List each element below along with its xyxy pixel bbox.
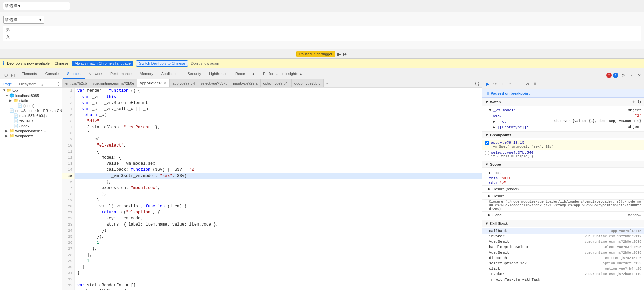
tab-recorder[interactable]: Recorder ▲ [231, 69, 259, 79]
code-line-8[interactable]: [ [75, 130, 482, 136]
code-line-16[interactable]: }, [75, 179, 482, 185]
switch-language-button[interactable]: Switch DevTools to Chinese [136, 60, 188, 67]
resume-button[interactable]: ▶ [337, 51, 341, 57]
tree-webpack-internal[interactable]: ▶ 📁 webpack-internal:// [0, 128, 62, 133]
scope-header[interactable]: ▼ Scope [482, 161, 644, 168]
option-male[interactable]: 男 [3, 26, 641, 33]
source-tabs-more[interactable]: » [324, 79, 330, 87]
callstack-callback[interactable]: callback app.vue?9f13:15 [482, 228, 644, 234]
watch-sex[interactable]: sex: "2" [482, 113, 644, 118]
match-language-button[interactable]: Always match Chrome's language [72, 61, 133, 66]
code-line-9[interactable]: _c( [75, 136, 482, 142]
step-out-icon[interactable]: ↑ [507, 81, 513, 87]
close-devtools-icon[interactable]: ✕ [636, 72, 643, 79]
code-line-14[interactable]: callback: function ($$v) { $$v = "2" [75, 167, 482, 173]
watch-prototype[interactable]: ▶ [[Prototype]]: Object [482, 124, 644, 130]
cursor-icon[interactable]: ⬡ [3, 72, 9, 79]
tab-lighthouse[interactable]: Lighthouse [205, 69, 231, 79]
code-line-22[interactable]: key: item.code, [75, 215, 482, 221]
code-line-17[interactable]: expression: "model.sex", [75, 185, 482, 191]
callstack-semit-1[interactable]: Vue.Semit vue.runtime.esm.js?2b0e:2639 [482, 239, 644, 244]
code-line-25[interactable]: }), [75, 234, 482, 240]
breakpoint-2-checkbox[interactable] [485, 151, 489, 155]
option-female[interactable]: 女 [3, 33, 641, 41]
watch-refresh-icon[interactable]: ↻ [637, 99, 641, 105]
dont-show-again-link[interactable]: Don't show again [191, 61, 219, 65]
code-line-18[interactable]: }, [75, 191, 482, 197]
tab-console[interactable]: Console [41, 69, 63, 79]
code-line-12[interactable]: model: { [75, 155, 482, 161]
step-into-icon[interactable]: ↓ [499, 81, 506, 87]
tab-performance[interactable]: Performance [106, 69, 136, 79]
code-line-4[interactable]: var _c = _vm._self._c || _h [75, 106, 482, 112]
step-icon[interactable]: → [514, 81, 521, 87]
closure-header[interactable]: ▶ Closure [482, 192, 644, 200]
closure-render-header[interactable]: ▶ Closure (render) [482, 185, 644, 192]
tree-localhost[interactable]: ▼ 🌐 localhost:8085 [0, 93, 62, 98]
code-line-33[interactable]: var staticRenderFns = [] [75, 282, 482, 288]
watch-ob[interactable]: ▶ __ob__: Observer {value: {…}, dep: Dep… [482, 118, 644, 124]
breakpoints-header[interactable]: ▼ Breakpoints [482, 132, 644, 138]
code-line-6[interactable]: "div", [75, 118, 482, 124]
pause-on-exceptions-icon[interactable]: ⏸ [531, 81, 538, 87]
step-over-icon[interactable]: ↷ [492, 81, 498, 87]
tree-en-us[interactable]: 📄 en-US→es→fr→FR→zh-CN.js [0, 108, 62, 113]
code-line-23[interactable]: attrs: { label: item.name, value: item.c… [75, 221, 482, 228]
code-line-27[interactable]: ), [75, 246, 482, 252]
more-icon[interactable]: ⋮ [628, 72, 635, 79]
code-line-31[interactable]: } [75, 270, 482, 276]
watch-add-icon[interactable]: ＋ [631, 99, 636, 105]
callstack-invoker-1[interactable]: invoker vue.runtime.esm.js?2b0e:2119 [482, 234, 644, 239]
code-line-29[interactable]: 1 [75, 258, 482, 264]
code-line-21[interactable]: return _c("el-option", { [75, 209, 482, 215]
tab-security[interactable]: Security [183, 69, 205, 79]
breakpoint-2[interactable]: select.vue?c37b:540 if (!this.multiple) … [482, 150, 644, 159]
code-line-11[interactable]: { [75, 149, 482, 155]
callstack-fn-withtask[interactable]: fn_withTask.fn_withTask [482, 277, 644, 282]
code-line-1[interactable]: var render = function () { [75, 88, 482, 94]
watch-vm-model[interactable]: ▼ _vm.model: Object [482, 108, 644, 113]
code-line-2[interactable]: var _vm = this [75, 94, 482, 100]
code-line-26[interactable]: 1 [75, 240, 482, 246]
inspect-icon[interactable]: ◱ [9, 72, 16, 79]
code-line-15[interactable]: _vm.$set(_vm.model, "sex", $$v) [75, 173, 482, 179]
resume-execution-icon[interactable]: ▶ [484, 81, 491, 87]
panel-tab-more[interactable]: » [40, 82, 45, 87]
tree-main[interactable]: 📄 main.537d6b0.js [0, 113, 62, 118]
callstack-dispatch[interactable]: dispatch emitter.js?a215:26 [482, 255, 644, 261]
code-line-32[interactable] [75, 276, 482, 282]
address-bar[interactable]: 请选择 ▼ [3, 2, 70, 10]
code-line-3[interactable]: var _h = _vm.$createElement [75, 100, 482, 106]
code-line-24[interactable]: }) [75, 228, 482, 234]
deactivate-breakpoints-icon[interactable]: ⊘ [524, 81, 531, 87]
tree-zh-cn[interactable]: 📄 zh-CN.js [0, 118, 62, 123]
panel-more-icon[interactable]: ⋮ [55, 81, 62, 87]
source-tab-app-7f54[interactable]: app.vue?7f54 [170, 79, 198, 87]
callstack-header[interactable]: ▼ Call Stack [482, 220, 644, 227]
callstack-selectoption[interactable]: selectOptionClick option.vue?dcf5:133 [482, 261, 644, 266]
tab-elements[interactable]: Elements [18, 69, 41, 79]
settings-icon[interactable]: ⚙ [620, 72, 626, 79]
code-line-19[interactable]: }, [75, 197, 482, 203]
close-tab-icon[interactable]: ✕ [164, 81, 166, 85]
source-tab-app-9f13[interactable]: app.vue?9f13 ✕ [137, 79, 170, 87]
code-line-30[interactable]: ) [75, 264, 482, 270]
tab-application[interactable]: Application [157, 69, 184, 79]
callstack-click[interactable]: click option.vue?fb4f:26 [482, 266, 644, 271]
tab-page[interactable]: Page [0, 81, 16, 87]
tree-index-1[interactable]: 📄 (index) [0, 103, 62, 108]
code-line-13[interactable]: value: _vm.model.sex, [75, 161, 482, 167]
tab-performance-insights[interactable]: Performance insights ▲ [259, 69, 306, 79]
step-over-button[interactable]: ⏭ [343, 51, 348, 57]
callstack-handleoption[interactable]: handleOptionSelect select.vue?c37b:695 [482, 244, 644, 250]
source-tab-select[interactable]: select.vue?c37b [198, 79, 231, 87]
tree-webpack[interactable]: ▶ 📁 webpack:// [0, 133, 62, 138]
watch-header[interactable]: ▼ Watch ＋ ↻ [482, 98, 644, 106]
source-tab-option-fb4f[interactable]: option.vue?fb4f [261, 79, 292, 87]
tab-sources[interactable]: Sources [63, 69, 84, 79]
tree-index-2[interactable]: 📄 (index) [0, 123, 62, 128]
callstack-invoker-2[interactable]: invoker vue.runtime.esm.js?2b0e:2119 [482, 271, 644, 277]
tree-top[interactable]: ▼ 📁 top [0, 88, 62, 93]
code-line-28[interactable]: ], [75, 252, 482, 258]
format-icon[interactable]: { } [474, 80, 481, 87]
